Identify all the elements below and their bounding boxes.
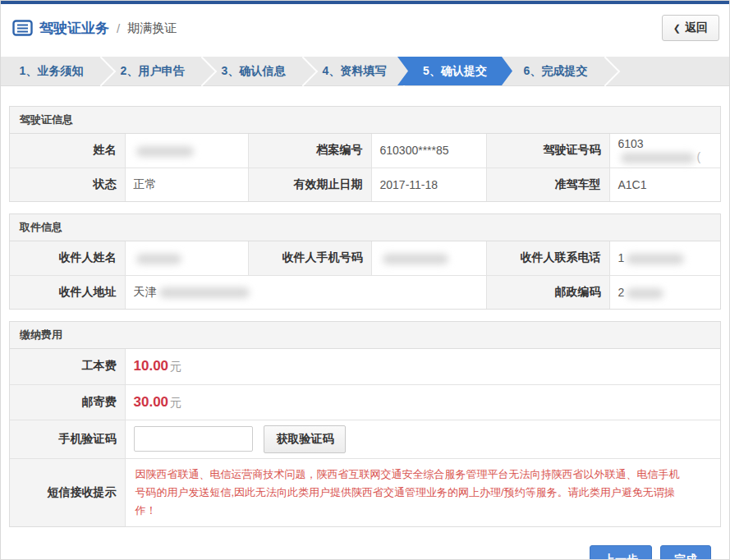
table-row: 姓名 档案编号 610300****85 驾驶证号码 6103( (10, 134, 720, 168)
step-1-business-notice: 1、业务须知 (1, 57, 102, 85)
header: 驾驶证业务 / 期满换证 ❮ 返回 (1, 4, 729, 52)
chevron-left-icon: ❮ (673, 23, 681, 34)
address-label: 收件人地址 (10, 275, 125, 309)
recipient-name-value (125, 241, 248, 275)
table-row: 短信接收提示 因陕西省联通、电信运营商技术问题，陕西省互联网交通安全综合服务管理… (10, 458, 720, 526)
step-label: 2、用户申告 (121, 64, 185, 79)
file-no-label: 档案编号 (248, 134, 371, 168)
name-value (125, 134, 248, 168)
table-row: 手机验证码 获取验证码 (10, 420, 720, 458)
main-content: 驾驶证信息 姓名 档案编号 610300****85 驾驶证号码 6103( 状… (9, 106, 721, 560)
sms-notice-text: 因陕西省联通、电信运营商技术问题，陕西省互联网交通安全综合服务管理平台无法向持陕… (134, 462, 713, 523)
recipient-phone-label: 收件人联系电话 (486, 241, 609, 275)
step-label: 6、完成提交 (524, 64, 588, 79)
recipient-mobile-value (371, 241, 486, 275)
back-button-label: 返回 (685, 21, 708, 35)
table-row: 收件人姓名 收件人手机号码 收件人联系电话 1 (10, 241, 720, 275)
redacted-value (627, 288, 663, 299)
section-license-info: 驾驶证信息 姓名 档案编号 610300****85 驾驶证号码 6103( 状… (9, 106, 721, 202)
address-prefix: 天津 (134, 285, 157, 298)
sms-code-label: 手机验证码 (10, 420, 125, 458)
step-label: 3、确认信息 (222, 64, 286, 79)
step-2-user-declaration: 2、用户申告 (102, 57, 203, 85)
table-row: 工本费 10.00元 (10, 349, 720, 384)
license-info-table: 姓名 档案编号 610300****85 驾驶证号码 6103( 状态 正常 有… (10, 134, 720, 201)
step-label: 5、确认提交 (423, 64, 487, 79)
expiry-label: 有效期止日期 (248, 168, 371, 201)
file-no-value: 610300****85 (371, 134, 486, 168)
redacted-value (136, 146, 194, 157)
page-title: 驾驶证业务 (39, 19, 109, 38)
step-3-confirm-info: 3、确认信息 (203, 57, 304, 85)
recipient-name-label: 收件人姓名 (10, 241, 125, 275)
table-row: 收件人地址 天津 邮政编码 2 (10, 275, 720, 309)
post-fee-amount: 30.00 (134, 394, 169, 410)
post-fee-unit: 元 (170, 396, 181, 409)
section-title: 缴纳费用 (10, 322, 720, 349)
work-fee-unit: 元 (170, 360, 181, 373)
recipient-phone-value: 1 (609, 241, 720, 275)
name-label: 姓名 (10, 134, 125, 168)
license-no-suffix: ( (697, 150, 701, 163)
steps-bar-filler (606, 57, 729, 85)
work-fee-amount: 10.00 (134, 358, 169, 374)
step-4-fill-data: 4、资料填写 (304, 57, 405, 85)
section-pickup-info: 取件信息 收件人姓名 收件人手机号码 收件人联系电话 1 收件人地址 天津 邮政… (9, 213, 721, 310)
step-label: 4、资料填写 (323, 64, 387, 79)
phone-prefix: 1 (618, 251, 625, 264)
work-fee-value: 10.00元 (125, 349, 720, 384)
table-row: 邮寄费 30.00元 (10, 384, 720, 420)
pickup-info-table: 收件人姓名 收件人手机号码 收件人联系电话 1 收件人地址 天津 邮政编码 2 (10, 241, 720, 309)
get-sms-code-button[interactable]: 获取验证码 (264, 425, 346, 453)
finish-button[interactable]: 完成 (660, 545, 711, 560)
redacted-value (627, 254, 684, 264)
work-fee-label: 工本费 (10, 349, 125, 384)
redacted-value (136, 254, 181, 264)
license-no-prefix: 6103 (618, 137, 644, 150)
redacted-value (383, 254, 448, 264)
sms-notice-cell: 因陕西省联通、电信运营商技术问题，陕西省互联网交通安全综合服务管理平台无法向持陕… (125, 458, 720, 526)
status-value: 正常 (125, 168, 248, 201)
expiry-value: 2017-11-18 (371, 168, 486, 201)
steps-bar: 1、业务须知 2、用户申告 3、确认信息 4、资料填写 5、确认提交 6、完成提… (1, 57, 729, 86)
status-label: 状态 (10, 168, 125, 201)
post-fee-value: 30.00元 (125, 384, 720, 420)
section-title: 取件信息 (10, 214, 720, 241)
previous-step-button[interactable]: 上一步 (590, 545, 652, 560)
sms-code-input[interactable] (134, 426, 253, 452)
sms-notice-label: 短信接收提示 (10, 458, 125, 526)
redacted-value (159, 287, 250, 298)
breadcrumb-separator: / (117, 21, 120, 35)
fees-table: 工本费 10.00元 邮寄费 30.00元 手机验证码 获取验证码 短信接收提示 (10, 349, 720, 526)
postcode-value: 2 (609, 275, 720, 309)
postcode-label: 邮政编码 (486, 275, 609, 309)
step-label: 1、业务须知 (20, 64, 84, 79)
step-6-finish-submit: 6、完成提交 (505, 57, 606, 85)
license-no-label: 驾驶证号码 (486, 134, 609, 168)
footer-actions: 上一步 完成 (9, 545, 711, 560)
postcode-prefix: 2 (618, 286, 625, 299)
section-fees: 缴纳费用 工本费 10.00元 邮寄费 30.00元 手机验证码 获取验证码 (9, 321, 721, 527)
address-value: 天津 (125, 275, 486, 309)
license-no-value: 6103( (609, 134, 720, 168)
vehicle-type-value: A1C1 (609, 168, 720, 201)
recipient-mobile-label: 收件人手机号码 (248, 241, 371, 275)
table-row: 状态 正常 有效期止日期 2017-11-18 准驾车型 A1C1 (10, 168, 720, 201)
post-fee-label: 邮寄费 (10, 384, 125, 420)
redacted-value (621, 153, 695, 163)
page: 驾驶证业务 / 期满换证 ❮ 返回 1、业务须知 2、用户申告 3、确认信息 4… (0, 0, 730, 560)
list-icon (12, 20, 33, 36)
sms-code-cell: 获取验证码 (125, 420, 720, 458)
vehicle-type-label: 准驾车型 (486, 168, 609, 201)
breadcrumb-current: 期满换证 (127, 21, 177, 36)
back-button[interactable]: ❮ 返回 (662, 15, 719, 41)
breadcrumb: 驾驶证业务 / 期满换证 (12, 19, 177, 38)
section-title: 驾驶证信息 (10, 107, 720, 134)
step-5-confirm-submit-active: 5、确认提交 (397, 57, 512, 85)
